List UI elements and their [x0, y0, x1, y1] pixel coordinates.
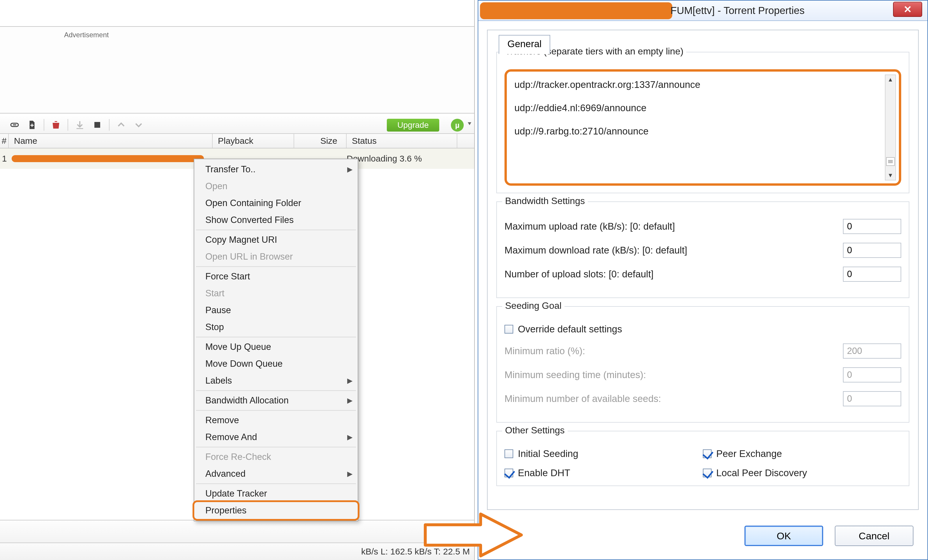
scroll-down-icon[interactable]: ▼ — [887, 172, 893, 179]
tab-general[interactable]: General — [499, 35, 550, 54]
min-seeds-input[interactable] — [843, 391, 901, 406]
seeding-legend: Seeding Goal — [502, 300, 565, 311]
menu-separator — [196, 410, 356, 411]
menu-item-label: Stop — [205, 322, 224, 332]
local-peer-discovery-checkbox[interactable]: Local Peer Discovery — [703, 467, 901, 478]
menu-item-start: Start — [194, 285, 358, 302]
col-size[interactable]: Size — [294, 134, 346, 148]
other-legend: Other Settings — [502, 425, 568, 436]
menu-item-label: Properties — [205, 505, 246, 516]
start-button[interactable] — [71, 118, 89, 132]
close-button[interactable]: ✕ — [893, 2, 922, 17]
ad-label: Advertisement — [64, 31, 108, 39]
toolbar-separator — [44, 119, 44, 131]
other-settings-group: Other Settings Initial Seeding Peer Exch… — [496, 431, 910, 486]
menu-item-label: Force Start — [205, 271, 250, 282]
menu-item-force-start[interactable]: Force Start — [194, 268, 358, 285]
enable-dht-label: Enable DHT — [518, 467, 570, 478]
max-download-label: Maximum download rate (kB/s): [0: defaul… — [505, 245, 843, 256]
svg-rect-3 — [76, 128, 83, 129]
ok-button[interactable]: OK — [745, 526, 823, 546]
upload-slots-input[interactable] — [843, 266, 901, 282]
move-up-button[interactable] — [113, 118, 130, 132]
menu-item-label: Bandwidth Allocation — [205, 395, 288, 406]
peer-exchange-checkbox[interactable]: Peer Exchange — [703, 448, 901, 459]
menu-item-label: Open Containing Folder — [205, 198, 301, 208]
menu-item-label: Open — [205, 181, 227, 192]
min-ratio-input[interactable] — [843, 344, 901, 359]
stop-button[interactable] — [89, 118, 106, 132]
menu-item-bandwidth-allocation[interactable]: Bandwidth Allocation▶ — [194, 392, 358, 409]
menu-item-label: Copy Magnet URI — [205, 234, 277, 245]
max-download-input[interactable] — [843, 243, 901, 258]
dropdown-icon[interactable] — [468, 122, 471, 125]
menu-item-open-containing-folder[interactable]: Open Containing Folder — [194, 195, 358, 212]
cancel-button[interactable]: Cancel — [835, 526, 913, 546]
dialog-titlebar[interactable]: FUM[ettv] - Torrent Properties ✕ — [478, 1, 927, 21]
menu-item-advanced[interactable]: Advanced▶ — [194, 466, 358, 482]
menu-item-copy-magnet-uri[interactable]: Copy Magnet URI — [194, 231, 358, 248]
menu-item-open-url-in-browser: Open URL in Browser — [194, 248, 358, 265]
max-upload-input[interactable] — [843, 219, 901, 234]
menu-item-open: Open — [194, 178, 358, 195]
menu-item-label: Transfer To.. — [205, 164, 255, 175]
utorrent-logo-icon[interactable]: µ — [451, 119, 464, 132]
status-bar: kB/s L: 162.5 kB/s T: 22.5 M — [0, 543, 474, 560]
menu-item-label: Move Down Queue — [205, 359, 282, 369]
menu-item-label: Show Converted Files — [205, 215, 294, 225]
menu-item-label: Force Re-Check — [205, 452, 271, 462]
col-status[interactable]: Status — [346, 134, 457, 148]
menu-separator — [196, 230, 356, 230]
annotation-arrow-icon — [422, 512, 524, 558]
min-seed-time-input[interactable] — [843, 367, 901, 382]
tracker-line: udp://9.rarbg.to:2710/announce — [514, 126, 879, 137]
initial-seeding-checkbox[interactable]: Initial Seeding — [505, 448, 703, 459]
menu-item-move-down-queue[interactable]: Move Down Queue — [194, 355, 358, 372]
svg-rect-4 — [95, 122, 100, 128]
scroll-thumb[interactable] — [886, 157, 895, 166]
menu-separator — [196, 337, 356, 337]
upgrade-button[interactable]: Upgrade — [387, 119, 439, 132]
move-down-button[interactable] — [130, 118, 147, 132]
trackers-textarea[interactable]: udp://tracker.opentrackr.org:1337/announ… — [505, 69, 901, 186]
menu-item-labels[interactable]: Labels▶ — [194, 372, 358, 389]
menu-item-transfer-to[interactable]: Transfer To..▶ — [194, 161, 358, 178]
scroll-up-icon[interactable]: ▲ — [887, 76, 893, 83]
col-playback[interactable]: Playback — [213, 134, 294, 148]
svg-rect-2 — [30, 125, 34, 126]
menu-item-remove-and[interactable]: Remove And▶ — [194, 429, 358, 446]
min-seed-time-label: Minimum seeding time (minutes): — [505, 369, 843, 380]
menu-item-label: Advanced — [205, 469, 246, 479]
min-seeds-label: Minimum number of available seeds: — [505, 393, 843, 404]
override-defaults-checkbox[interactable]: Override default settings — [505, 324, 622, 335]
col-hash[interactable]: # — [0, 134, 9, 148]
min-ratio-label: Minimum ratio (%): — [505, 345, 843, 356]
scrollbar[interactable]: ▲ ▼ — [885, 75, 896, 181]
peer-exchange-label: Peer Exchange — [716, 448, 782, 459]
torrent-context-menu: Transfer To..▶OpenOpen Containing Folder… — [194, 158, 358, 521]
menu-item-remove[interactable]: Remove — [194, 412, 358, 429]
menu-item-stop[interactable]: Stop — [194, 319, 358, 336]
override-defaults-label: Override default settings — [518, 324, 622, 335]
menu-item-move-up-queue[interactable]: Move Up Queue — [194, 338, 358, 355]
seeding-group: Seeding Goal Override default settings M… — [496, 306, 910, 423]
add-url-button[interactable] — [6, 118, 23, 132]
max-upload-label: Maximum upload rate (kB/s): [0: default] — [505, 221, 843, 232]
torrent-properties-dialog: FUM[ettv] - Torrent Properties ✕ General… — [478, 0, 928, 560]
torrent-list-header: # Name Playback Size Status — [0, 134, 474, 148]
menu-item-show-converted-files[interactable]: Show Converted Files — [194, 212, 358, 228]
col-name[interactable]: Name — [9, 134, 213, 148]
menu-item-update-tracker[interactable]: Update Tracker — [194, 485, 358, 502]
submenu-arrow-icon: ▶ — [347, 377, 353, 385]
dialog-title: FUM[ettv] - Torrent Properties — [670, 5, 804, 16]
bandwidth-group: Bandwidth Settings Maximum upload rate (… — [496, 201, 910, 298]
bandwidth-legend: Bandwidth Settings — [502, 196, 588, 206]
enable-dht-checkbox[interactable]: Enable DHT — [505, 467, 703, 478]
toolbar: Upgrade µ — [0, 116, 474, 134]
add-torrent-button[interactable] — [23, 118, 41, 132]
menu-item-pause[interactable]: Pause — [194, 302, 358, 319]
remove-button[interactable] — [47, 118, 65, 132]
row-index: 1 — [0, 154, 9, 164]
menu-item-properties[interactable]: Properties — [194, 502, 358, 519]
ad-banner: Advertisement — [0, 26, 474, 114]
